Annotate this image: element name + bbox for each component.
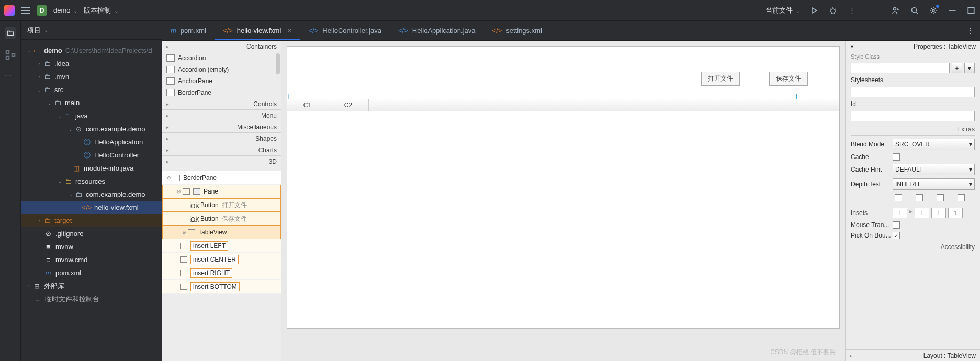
minimize-icon[interactable]: — (948, 6, 957, 15)
styleclass-dropdown[interactable]: ▾ (964, 63, 975, 73)
sidebar-header[interactable]: 项目 ⌄ (21, 21, 162, 40)
inset-left[interactable] (948, 208, 963, 218)
search-icon[interactable] (910, 6, 919, 15)
blend-select[interactable]: SRC_OVER▾ (893, 139, 975, 150)
add-user-icon[interactable] (891, 6, 900, 15)
tree-gitignore[interactable]: ⊘.gitignore (21, 227, 162, 240)
tree-extlib[interactable]: ›⊞外部库 (21, 279, 162, 292)
debug-icon[interactable] (828, 6, 838, 15)
hier-button1[interactable]: OKButton打开文件 (162, 198, 281, 212)
structure-icon[interactable] (5, 49, 16, 61)
palette-section-3d[interactable]: ▸3D (162, 156, 281, 167)
pick-checkbox[interactable]: ✓ (893, 232, 900, 239)
tab-pom[interactable]: mpom.xml (162, 21, 215, 40)
settings-icon[interactable] (929, 6, 938, 15)
palette-section-shapes[interactable]: ▸Shapes (162, 133, 281, 144)
hier-button2[interactable]: OKButton保存文件 (162, 212, 281, 225)
tree-idea[interactable]: ›🗀.idea (21, 57, 162, 70)
tab-settings[interactable]: </>settings.xml (484, 21, 550, 40)
tree-module[interactable]: ◫module-info.java (21, 162, 162, 175)
design-canvas-wrap: 打开文件 保存文件 ⌊ ⌋ C1 C2 CSDN @拒绝 但不要哭 (281, 41, 845, 361)
table-col2[interactable]: C2 (328, 99, 369, 111)
palette-section-controls[interactable]: ▸Controls (162, 98, 281, 110)
prop-styleclass-label: Style Class (851, 53, 975, 60)
cache-checkbox[interactable] (893, 153, 900, 161)
hier-pane[interactable]: ⊖Pane (162, 185, 281, 198)
project-name[interactable]: demo ⌄ (53, 6, 77, 14)
add-styleclass-button[interactable]: + (952, 63, 962, 73)
inset-right[interactable] (915, 208, 929, 218)
layout-footer[interactable]: ▸Layout : TableView (846, 349, 980, 361)
tab-fxml[interactable]: </>hello-view.fxml× (215, 21, 300, 40)
more-icon[interactable]: ⋮ (847, 6, 857, 15)
more-tools-icon[interactable]: ⋯ (5, 71, 16, 83)
mouse-checkbox[interactable] (893, 221, 900, 229)
palette-section-misc[interactable]: ▸Miscellaneous (162, 121, 281, 133)
hier-hint-left[interactable]: insert LEFT (162, 239, 281, 253)
project-badge[interactable]: D (37, 5, 47, 16)
table-preview[interactable]: C1 C2 (287, 99, 839, 111)
palette-item[interactable]: Accordion (empty) (162, 64, 281, 75)
hier-borderpane[interactable]: ⊖BorderPane (162, 171, 281, 185)
svg-point-2 (912, 7, 917, 12)
tree-mvnw[interactable]: ≡mvnw (21, 240, 162, 253)
id-input[interactable] (851, 111, 975, 121)
depth-label: Depth Test (851, 180, 893, 188)
props-header[interactable]: ▼Properties : TableView (846, 41, 980, 52)
maximize-icon[interactable] (966, 6, 976, 15)
tab-application[interactable]: </>HelloApplication.java (390, 21, 483, 40)
tabs-menu-icon[interactable]: ⋮ (967, 27, 980, 35)
table-col1[interactable]: C1 (287, 99, 328, 111)
palette-section-charts[interactable]: ▸Charts (162, 144, 281, 156)
canvas-open-button[interactable]: 打开文件 (701, 72, 740, 86)
palette-item[interactable]: Accordion (162, 52, 281, 64)
tree-respkg[interactable]: ⌄🗀com.example.demo (21, 188, 162, 201)
hier-hint-center[interactable]: insert CENTER (162, 253, 281, 266)
tree-java[interactable]: ⌄🗀java (21, 109, 162, 122)
palette-section-containers[interactable]: ▸Containers (162, 41, 281, 52)
component-palette: ▸Containers Accordion Accordion (empty) … (162, 41, 281, 361)
tree-root[interactable]: ⌄▭demo C:\Users\hdm\IdeaProjects\d (21, 44, 162, 57)
hier-hint-right[interactable]: insert RIGHT (162, 266, 281, 280)
tab-controller[interactable]: </>HelloController.java (300, 21, 390, 40)
project-tool-icon[interactable] (5, 27, 16, 39)
tree-fxml[interactable]: </>hello-view.fxml (21, 201, 162, 214)
hamburger-icon[interactable] (21, 7, 30, 14)
hier-tableview[interactable]: ⊕TableView (162, 225, 281, 239)
mouse-label: Mouse Tran... (851, 221, 893, 229)
inset-bottom[interactable] (931, 208, 946, 218)
styleclass-input[interactable] (851, 63, 950, 73)
hier-hint-bottom[interactable]: insert BOTTOM (162, 280, 281, 294)
tree-ctrl[interactable]: ⓒHelloController (21, 149, 162, 162)
tree-mvnwcmd[interactable]: ≡mvnw.cmd (21, 253, 162, 266)
tree-resources[interactable]: ⌄🗀resources (21, 175, 162, 188)
stylesheets-input[interactable]: + (851, 87, 975, 97)
tree-main[interactable]: ⌄🗀main (21, 96, 162, 109)
palette-item[interactable]: AnchorPane (162, 75, 281, 87)
tree-mvn[interactable]: ›🗀.mvn (21, 70, 162, 83)
palette-item[interactable]: BorderPane (162, 87, 281, 98)
close-icon[interactable]: × (287, 27, 291, 35)
inset-top[interactable] (893, 208, 907, 218)
tree-scratch[interactable]: ≡临时文件和控制台 (21, 292, 162, 306)
main-area: mpom.xml </>hello-view.fxml× </>HelloCon… (162, 21, 980, 361)
properties-panel: ▼Properties : TableView Style Class +▾ S… (845, 41, 980, 361)
run-icon[interactable] (809, 6, 819, 15)
run-config[interactable]: 当前文件 ⌄ (765, 6, 800, 15)
svg-rect-6 (6, 57, 9, 60)
tree-pkg[interactable]: ⌄⊙com.example.demo (21, 122, 162, 136)
depth-select[interactable]: INHERIT▾ (893, 178, 975, 190)
tree-src[interactable]: ⌄🗀src (21, 83, 162, 96)
canvas-save-button[interactable]: 保存文件 (769, 72, 808, 86)
vcs-menu[interactable]: 版本控制 ⌄ (84, 6, 118, 15)
tree-target[interactable]: ›🗀target (21, 214, 162, 227)
design-canvas[interactable]: 打开文件 保存文件 ⌊ ⌋ C1 C2 (287, 46, 840, 329)
svg-rect-4 (968, 7, 974, 13)
extras-section: Extras (851, 126, 975, 133)
tree-pom[interactable]: mpom.xml (21, 266, 162, 279)
cachehint-label: Cache Hint (851, 166, 893, 173)
cachehint-select[interactable]: DEFAULT▾ (893, 164, 975, 175)
palette-section-menu[interactable]: ▸Menu (162, 110, 281, 121)
scrollbar-thumb[interactable] (276, 53, 280, 74)
tree-app[interactable]: ⓒHelloApplication (21, 136, 162, 149)
